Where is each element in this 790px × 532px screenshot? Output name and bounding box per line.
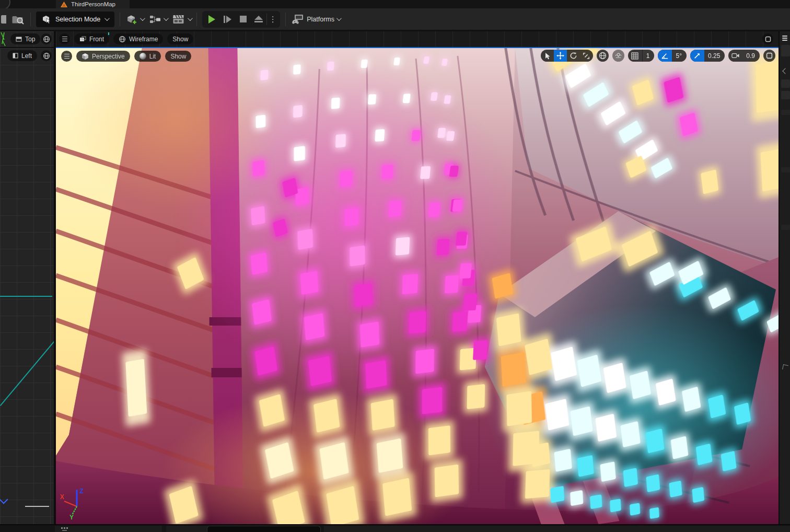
front-pane-maximize-button[interactable] xyxy=(762,33,773,44)
gizmo-y-label: Y xyxy=(69,514,74,520)
globe-icon xyxy=(43,52,50,60)
console-input-sliver[interactable] xyxy=(207,526,321,532)
pill-divider xyxy=(642,50,643,62)
angle-snap-control: 5° xyxy=(658,50,686,62)
camera-speed-control: 0.9 xyxy=(728,50,760,62)
select-tool-button[interactable] xyxy=(541,50,554,62)
stop-icon xyxy=(240,16,247,22)
left-pane-scale-bar xyxy=(25,506,49,507)
viewport-front-pane[interactable]: Front Wireframe Show xyxy=(56,31,779,47)
perspective-menu-button[interactable] xyxy=(61,51,72,62)
right-panel-collapsed[interactable] xyxy=(779,31,790,524)
left-pane-label-pill[interactable]: Left xyxy=(7,50,37,61)
grid-snap-toggle[interactable] xyxy=(628,50,642,62)
eject-button[interactable] xyxy=(251,12,266,27)
level-tab[interactable]: ThirdPersonMap xyxy=(56,0,130,8)
scale-tool-button[interactable] xyxy=(580,50,593,62)
scale-snap-control: 0.25 xyxy=(690,50,725,62)
camera-speed-icon-button[interactable] xyxy=(728,50,742,62)
world-local-toggle[interactable] xyxy=(597,50,609,62)
cursor-icon xyxy=(544,52,551,60)
kebab-icon: ⋮ xyxy=(266,15,280,24)
play-button[interactable] xyxy=(204,12,219,27)
perspective-maximize-button[interactable] xyxy=(763,50,775,62)
tab-bar: ThirdPersonMap xyxy=(0,0,790,8)
maximize-icon xyxy=(766,52,773,59)
save-icon[interactable] xyxy=(0,14,6,25)
top-pane-wireframe-lines xyxy=(0,31,7,47)
play-controls: ⋮ xyxy=(202,11,280,28)
camera-speed-value[interactable]: 0.9 xyxy=(742,52,760,60)
chevron-down-icon xyxy=(164,16,169,21)
stop-button[interactable] xyxy=(235,12,251,27)
hamburger-icon[interactable] xyxy=(782,36,787,41)
eject-icon xyxy=(254,16,263,22)
scale-snap-value[interactable]: 0.25 xyxy=(704,52,725,60)
left-pane-wireframe-toggle[interactable] xyxy=(41,50,52,61)
frame-skip-button[interactable] xyxy=(219,12,235,27)
front-pane-viewmode-pill[interactable]: Wireframe xyxy=(113,33,163,44)
axis-gizmo: Z X Y xyxy=(59,487,92,520)
perspective-viewmode-pill[interactable]: Lit xyxy=(134,51,161,62)
blueprints-button[interactable] xyxy=(149,14,167,25)
hamburger-icon xyxy=(62,37,67,42)
platforms-button[interactable]: Platforms xyxy=(291,14,340,25)
unreal-editor-window: { "tab_bar": { "active_tab": { "title": … xyxy=(0,0,790,532)
rotate-icon xyxy=(570,52,577,60)
content-browser-icon[interactable] xyxy=(11,13,25,26)
scale-snap-toggle[interactable] xyxy=(690,50,704,62)
selection-mode-button[interactable]: Selection Mode xyxy=(36,11,114,27)
maximize-icon xyxy=(765,36,771,42)
top-pane-label-pill[interactable]: Top xyxy=(10,33,40,44)
toolbar-separator xyxy=(285,13,286,26)
chevron-down-icon xyxy=(140,16,145,21)
platforms-label: Platforms xyxy=(307,16,334,23)
front-view-icon xyxy=(79,36,86,42)
front-pane-show-label: Show xyxy=(172,36,188,43)
top-pane-wireframe-toggle[interactable] xyxy=(41,33,52,44)
front-pane-show-pill[interactable]: Show xyxy=(167,33,193,44)
chevron-down-icon xyxy=(104,16,110,21)
selection-mode-icon xyxy=(42,15,51,24)
perspective-label-pill[interactable]: Perspective xyxy=(76,51,130,62)
content-drawer-segment[interactable] xyxy=(55,526,162,532)
play-icon xyxy=(208,15,215,24)
cinematics-button[interactable] xyxy=(172,14,191,25)
viewport-perspective-pane[interactable]: Perspective Lit Show xyxy=(56,47,779,524)
selection-mode-label: Selection Mode xyxy=(55,16,100,23)
angle-snap-toggle[interactable] xyxy=(658,50,672,62)
level-warning-icon xyxy=(61,2,67,7)
scale-icon xyxy=(583,52,590,60)
hamburger-icon xyxy=(64,54,69,59)
move-tool-button[interactable] xyxy=(554,50,567,62)
right-panel-item[interactable] xyxy=(781,91,790,99)
grid-snap-value[interactable]: 1 xyxy=(643,52,655,60)
gizmo-z-label: Z xyxy=(79,488,83,495)
add-actor-cube-icon xyxy=(125,13,138,26)
viewport-left-pane[interactable]: Left xyxy=(0,48,54,524)
camera-icon xyxy=(731,52,740,59)
resize-handle-icon[interactable] xyxy=(782,364,788,371)
chevron-left-icon[interactable] xyxy=(782,68,788,74)
globe-icon xyxy=(43,36,50,43)
front-pane-label-pill[interactable]: Front xyxy=(74,33,109,44)
left-pane-wireframe-line xyxy=(0,341,54,406)
clapperboard-icon xyxy=(172,14,185,25)
viewport-top-pane[interactable]: Top xyxy=(0,31,54,47)
move-icon xyxy=(556,52,564,60)
viewport-3d-scene[interactable] xyxy=(56,48,779,524)
scale-snap-arrow-icon xyxy=(693,52,701,60)
angle-snap-value[interactable]: 5° xyxy=(672,52,686,60)
right-panel-item[interactable] xyxy=(781,79,790,88)
front-pane-menu-button[interactable] xyxy=(59,33,70,44)
right-panel-item[interactable] xyxy=(781,45,790,56)
perspective-label: Perspective xyxy=(92,53,125,60)
perspective-show-pill[interactable]: Show xyxy=(165,51,191,62)
surface-snapping-button[interactable] xyxy=(612,50,624,62)
level-tab-title: ThirdPersonMap xyxy=(71,1,115,7)
play-options-button[interactable]: ⋮ xyxy=(267,12,278,27)
blueprint-nodes-icon xyxy=(149,14,161,25)
rotate-tool-button[interactable] xyxy=(567,50,580,62)
quick-add-button[interactable] xyxy=(125,13,144,26)
surface-snap-icon xyxy=(614,52,622,60)
